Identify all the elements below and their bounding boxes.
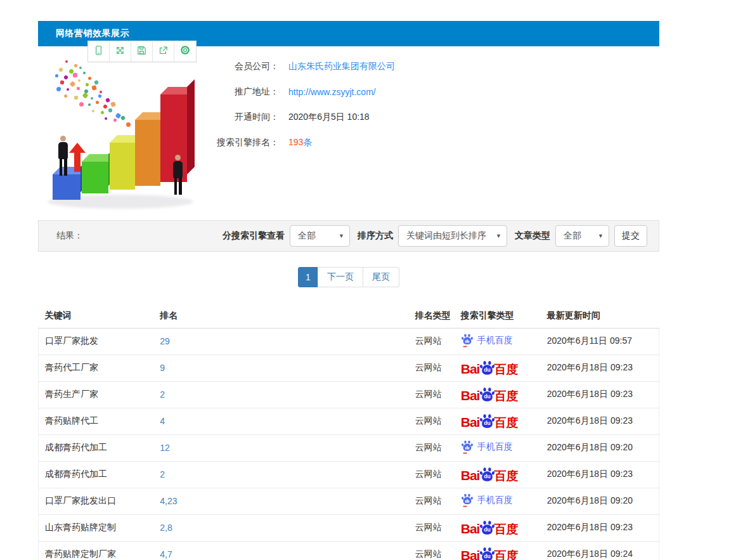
rank-type-cell: 云网站 (415, 328, 461, 355)
bar-green (82, 162, 108, 193)
baidu-logo: Bai du 百度 (461, 413, 519, 429)
updated-cell: 2020年6月18日 09:23 (547, 355, 659, 381)
main-content: 网络营销效果展示 (38, 21, 659, 560)
pagination: 1 下一页 尾页 (38, 267, 659, 287)
keyword-cell: 膏药贴牌代工 (39, 408, 160, 434)
bar-yellow (110, 143, 135, 190)
keyword-cell: 成都膏药代加工 (39, 461, 160, 488)
growth-chart-illustration (41, 59, 200, 211)
sort-value: 关键词由短到长排序 (406, 230, 486, 242)
rank-link[interactable]: 4 (160, 416, 165, 426)
svg-text:du: du (484, 526, 491, 533)
rank-link[interactable]: 29 (160, 336, 170, 346)
chevron-down-icon: ▼ (496, 233, 501, 239)
engine-cell: 手机百度 Bai du 百度 (461, 381, 547, 408)
updated-cell: 2020年6月18日 09:20 (547, 434, 659, 461)
rank-cell: 29 (160, 328, 415, 355)
toolbar (87, 41, 197, 62)
rank-type-cell: 云网站 (415, 434, 461, 461)
baidu-paw-icon (461, 493, 474, 507)
rank-link[interactable]: 12 (160, 443, 170, 453)
fullscreen-icon (115, 45, 126, 58)
svg-text:du: du (484, 367, 491, 373)
keyword-cell: 膏药代工厂家 (39, 355, 160, 381)
table-row: 成都膏药代加工 2 云网站 手机百度 Bai (39, 461, 659, 488)
article-type-select[interactable]: 全部 ▼ (555, 225, 609, 247)
rank-link[interactable]: 4,23 (160, 496, 177, 506)
engine-cell: 手机百度 Bai du 百度 (461, 408, 547, 434)
company-link[interactable]: 山东朱氏药业集团有限公司 (288, 61, 395, 72)
svg-text:du: du (484, 473, 491, 479)
bar-orange (135, 120, 160, 186)
fullscreen-button[interactable] (110, 41, 131, 62)
hero-section: 会员公司： 山东朱氏药业集团有限公司 推广地址： http://www.zsyy… (38, 46, 659, 220)
last-page-button[interactable]: 尾页 (363, 267, 399, 287)
rank-type-cell: 云网站 (415, 355, 461, 381)
baidu-logo: Bai du 百度 (461, 467, 519, 482)
engine-filter-value: 全部 (298, 230, 316, 242)
engine-cell: 手机百度 Bai du 百度 (461, 514, 547, 541)
share-button[interactable] (153, 41, 174, 62)
col-rank: 排名 (160, 304, 415, 328)
bar-blue (53, 174, 81, 200)
keyword-cell: 口罩厂家批发出口 (39, 488, 160, 514)
rank-link[interactable]: 4,7 (160, 549, 172, 559)
chevron-down-icon: ▼ (598, 233, 604, 239)
rank-type-cell: 云网站 (415, 514, 461, 541)
filter-bar: 结果： 分搜索引擎查看 全部 ▼ 排序方式 关键词由短到长排序 ▼ 文章类型 全… (38, 220, 659, 252)
rank-type-cell: 云网站 (415, 461, 461, 488)
engine-cell: 手机百度 Bai du 百度 (461, 328, 547, 355)
col-engine-type: 搜索引擎类型 (461, 304, 547, 328)
page: 网络营销效果展示 (0, 0, 736, 560)
sort-select[interactable]: 关键词由短到长排序 ▼ (398, 225, 507, 247)
rank-cell: 4,7 (160, 541, 415, 560)
businessman-left (58, 136, 68, 176)
article-type-value: 全部 (564, 230, 581, 242)
updated-cell: 2020年6月18日 09:23 (547, 514, 659, 541)
save-button[interactable] (131, 41, 153, 62)
updated-cell: 2020年6月11日 09:57 (547, 328, 659, 355)
engine-filter-label: 分搜索引擎查看 (223, 230, 285, 242)
rank-cell: 2 (160, 461, 415, 488)
mobile-view-button[interactable] (88, 41, 110, 62)
sort-label: 排序方式 (358, 230, 393, 242)
result-label: 结果： (56, 230, 83, 242)
engine-rank-value: 193条 (288, 137, 312, 148)
rank-cell: 4 (160, 408, 415, 434)
keyword-cell: 山东膏药贴牌定制 (39, 514, 160, 541)
next-page-button[interactable]: 下一页 (318, 267, 363, 287)
promo-url-link[interactable]: http://www.zsyyjt.com/ (288, 87, 376, 97)
gear-icon (179, 44, 191, 58)
engine-cell: 手机百度 Bai du 百度 (461, 488, 547, 514)
page-1-button[interactable]: 1 (298, 267, 318, 287)
baidu-paw-icon: du (479, 360, 496, 377)
rank-cell: 2 (160, 381, 415, 408)
table-row: 膏药代工厂家 9 云网站 手机百度 Bai (39, 355, 659, 381)
mobile-baidu-logo: 手机百度 (461, 440, 513, 454)
baidu-paw-icon (461, 333, 474, 348)
settings-button[interactable] (174, 41, 196, 62)
rank-link[interactable]: 9 (160, 363, 165, 373)
engine-cell: 手机百度 Bai du 百度 (461, 355, 547, 381)
table-row: 口罩厂家批发 29 云网站 手机百度 Bai (39, 328, 659, 355)
submit-button[interactable]: 提交 (614, 225, 647, 247)
col-rank-type: 排名类型 (415, 304, 461, 328)
keyword-cell: 口罩厂家批发 (39, 328, 160, 355)
engine-filter-select[interactable]: 全部 ▼ (290, 225, 350, 247)
rank-link[interactable]: 2 (160, 389, 165, 400)
rank-link[interactable]: 2 (160, 469, 165, 479)
svg-text:du: du (484, 393, 491, 400)
keyword-cell: 膏药生产厂家 (39, 381, 160, 408)
rank-type-cell: 云网站 (415, 488, 461, 514)
updated-cell: 2020年6月18日 09:23 (547, 408, 659, 434)
table-row: 膏药生产厂家 2 云网站 手机百度 Bai (39, 381, 659, 408)
col-keyword: 关键词 (39, 304, 160, 328)
open-time-value: 2020年6月5日 10:18 (288, 112, 370, 123)
page-title: 网络营销效果展示 (56, 28, 129, 39)
save-icon (136, 45, 147, 58)
mobile-icon (93, 45, 104, 58)
rank-cell: 9 (160, 355, 415, 381)
rank-link[interactable]: 2,8 (160, 523, 172, 533)
baidu-paw-icon (461, 440, 474, 454)
table-row: 成都膏药代加工 12 云网站 手机百度 Bai (39, 434, 659, 461)
